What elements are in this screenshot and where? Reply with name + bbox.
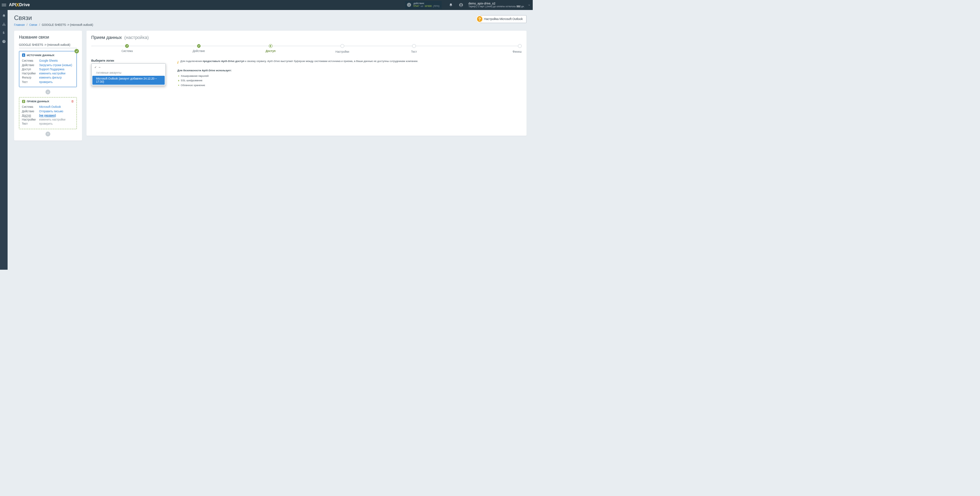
step-number-badge: 2 bbox=[22, 100, 25, 103]
menu-toggle-icon[interactable] bbox=[2, 3, 6, 7]
login-option-group: Активные аккаунты bbox=[92, 70, 165, 76]
source-system-link[interactable]: Google Sheets bbox=[39, 59, 58, 62]
content: Связи Главная / Связи / GOOGLE SHEETS ->… bbox=[8, 10, 533, 270]
actions-usage-badge[interactable]: i действия: 5'547 из 10'000 (55%) bbox=[405, 1, 442, 9]
page-title: Связи bbox=[14, 14, 93, 22]
user-menu[interactable]: demo_apix-drive_s2 Тариф | Старт | (new)… bbox=[456, 2, 525, 9]
step-action[interactable]: Действие bbox=[163, 44, 235, 53]
user-avatar-icon bbox=[459, 3, 463, 7]
svg-point-1 bbox=[460, 4, 462, 5]
actions-total: 10'000 bbox=[425, 5, 432, 7]
trash-icon[interactable] bbox=[71, 100, 74, 103]
step-access[interactable]: Доступ bbox=[235, 44, 306, 53]
source-filter-link[interactable]: изменить фильтр bbox=[39, 76, 62, 79]
svg-rect-2 bbox=[3, 23, 4, 24]
nav-billing-icon[interactable]: $ bbox=[0, 29, 8, 37]
login-select-label: Выберите логин bbox=[91, 59, 170, 62]
stepper: Система Действие Доступ Настройки bbox=[91, 44, 522, 53]
info-column: i Для подключения предоставьте ApiX-Driv… bbox=[177, 59, 522, 88]
login-select-menu: – Активные аккаунты Microsoft Outlook (а… bbox=[91, 64, 166, 86]
receive-heading: Прием данных (настройка) bbox=[91, 35, 522, 40]
info-icon: i bbox=[177, 60, 178, 65]
nav-home-icon[interactable] bbox=[0, 12, 8, 19]
breadcrumb-current: GOOGLE SHEETS -> (microsoft outlook) bbox=[42, 24, 93, 27]
svg-rect-3 bbox=[2, 25, 3, 25]
destination-card-title: ПРИЕМ ДАННЫХ bbox=[27, 100, 49, 103]
destination-card: 2 ПРИЕМ ДАННЫХ СистемаMicrosoft Outlook … bbox=[19, 97, 77, 129]
link-name-input[interactable] bbox=[19, 42, 77, 49]
logo-text-prefix: API bbox=[9, 2, 16, 7]
logo-x-icon: X bbox=[16, 2, 19, 8]
breadcrumb-home[interactable]: Главная bbox=[14, 24, 25, 27]
help-bubble-icon[interactable]: ? bbox=[476, 16, 484, 23]
info-icon: i bbox=[407, 3, 411, 7]
svg-rect-5 bbox=[5, 25, 5, 25]
source-card: 1 ИСТОЧНИК ДАННЫХ СистемаGoogle Sheets Д… bbox=[19, 51, 77, 87]
security-heading: Для безопасности ApiX-Drive использует: bbox=[177, 68, 522, 72]
dest-settings-text: изменить настройки bbox=[39, 118, 65, 121]
step-finish[interactable]: Финиш bbox=[450, 44, 522, 53]
security-bullet: Облачное хранение bbox=[181, 83, 522, 88]
step-settings[interactable]: Настройки bbox=[306, 44, 378, 53]
breadcrumb: Главная / Связи / GOOGLE SHEETS -> (micr… bbox=[14, 24, 93, 27]
check-icon bbox=[75, 49, 79, 53]
step-system[interactable]: Система bbox=[91, 44, 163, 53]
breadcrumb-links[interactable]: Связи bbox=[29, 24, 37, 27]
chevron-down-icon[interactable] bbox=[528, 3, 531, 7]
actions-current: 5'547 bbox=[414, 5, 419, 7]
step-number-badge: 1 bbox=[22, 53, 25, 57]
source-test-link[interactable]: проверить bbox=[39, 81, 53, 84]
source-settings-link[interactable]: изменить настройки bbox=[39, 72, 65, 75]
logo-text-suffix: Drive bbox=[19, 2, 30, 7]
dest-system-link[interactable]: Microsoft Outlook bbox=[39, 105, 61, 108]
nav-help-icon[interactable]: ? bbox=[0, 38, 8, 45]
step-test[interactable]: Тест bbox=[378, 44, 450, 53]
svg-text:$: $ bbox=[3, 31, 5, 35]
security-bullet: Хеширование паролей bbox=[181, 73, 522, 78]
username: demo_apix-drive_s2 bbox=[468, 2, 525, 5]
security-bullet: SSL-шифрование bbox=[181, 78, 522, 83]
svg-text:?: ? bbox=[3, 40, 5, 42]
login-option-outlook[interactable]: Microsoft Outlook (аккаунт добавлен 24.1… bbox=[92, 76, 165, 85]
dest-action-link[interactable]: Отправить письмо bbox=[39, 110, 64, 113]
source-access-link[interactable]: Support Поддержка bbox=[39, 68, 64, 71]
topbar: API X Drive i действия: 5'547 из 10'000 … bbox=[0, 0, 533, 10]
dest-test-text: проверить bbox=[39, 122, 53, 126]
add-between-button[interactable]: + bbox=[46, 89, 50, 94]
tariff-line: Тариф | Старт | (new) до оплаты осталось… bbox=[468, 5, 525, 8]
sidenav: $ ? bbox=[0, 10, 8, 270]
link-details-panel: Название связи 1 ИСТОЧНИК ДАННЫХ Система… bbox=[14, 31, 82, 140]
source-action-link[interactable]: Загрузить строки (новые) bbox=[39, 64, 72, 67]
source-card-title: ИСТОЧНИК ДАННЫХ bbox=[27, 54, 54, 57]
add-after-button[interactable]: + bbox=[46, 132, 50, 137]
receive-config-panel: Прием данных (настройка) Система Действи… bbox=[86, 31, 527, 135]
logo[interactable]: API X Drive bbox=[9, 2, 30, 8]
login-option-none[interactable]: – bbox=[92, 64, 165, 70]
settings-outlook-button[interactable]: Настройка Microsoft Outlook bbox=[480, 15, 526, 23]
notifications-icon[interactable] bbox=[449, 3, 453, 7]
dest-access-link[interactable]: (не указано) bbox=[39, 114, 56, 117]
link-name-heading: Название связи bbox=[19, 35, 77, 40]
actions-label: действия: bbox=[414, 2, 440, 5]
svg-rect-4 bbox=[3, 25, 4, 25]
nav-connections-icon[interactable] bbox=[0, 20, 8, 28]
